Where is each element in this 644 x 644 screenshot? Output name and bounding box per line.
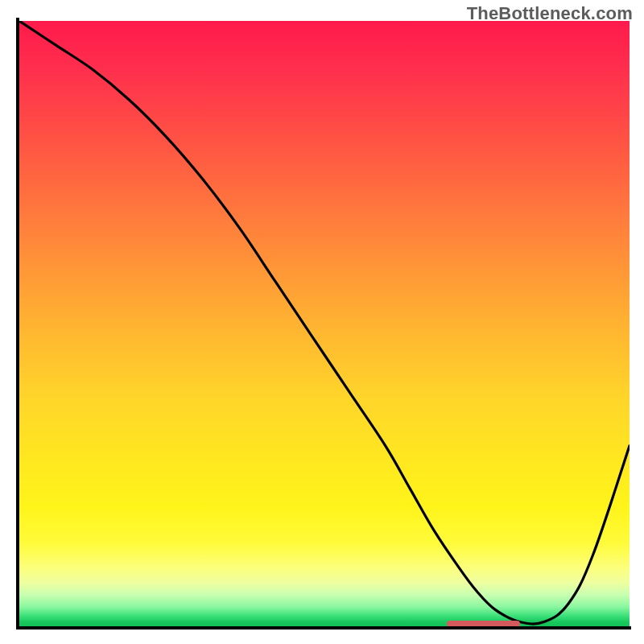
plot-area (19, 21, 630, 628)
axis-x (16, 626, 631, 630)
curve-layer (19, 21, 630, 628)
chart-stage: TheBottleneck.com (0, 0, 644, 644)
axis-y (16, 18, 19, 630)
watermark-label: TheBottleneck.com (467, 3, 633, 24)
bottleneck-curve (19, 21, 630, 624)
